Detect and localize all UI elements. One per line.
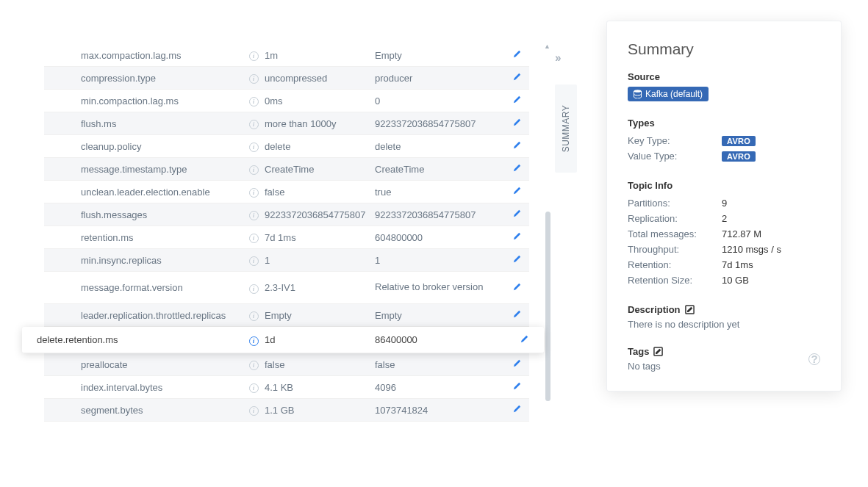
- info-icon[interactable]: i: [249, 188, 259, 198]
- edit-cell[interactable]: [504, 309, 522, 321]
- info-icon-cell[interactable]: i: [243, 95, 265, 107]
- pencil-icon[interactable]: [512, 254, 522, 264]
- value-type-label: Value Type:: [628, 151, 722, 162]
- pencil-icon[interactable]: [512, 72, 522, 82]
- config-row[interactable]: message.format.versioni2.3-IV1Relative t…: [44, 272, 529, 304]
- config-value-raw: 86400000: [375, 334, 512, 345]
- pencil-icon[interactable]: [512, 118, 522, 127]
- edit-cell[interactable]: [504, 72, 522, 84]
- edit-cell[interactable]: [504, 381, 522, 393]
- edit-cell[interactable]: [504, 163, 522, 175]
- scrollbar-vertical[interactable]: ▲: [545, 44, 552, 452]
- config-row[interactable]: preallocateifalsefalse: [44, 353, 529, 376]
- info-icon-cell[interactable]: i: [243, 282, 265, 294]
- pencil-icon[interactable]: [512, 186, 522, 195]
- tags-label: Tags: [628, 346, 649, 357]
- config-row[interactable]: min.compaction.lag.msi0ms0: [44, 90, 529, 112]
- pencil-icon[interactable]: [512, 163, 522, 173]
- config-row[interactable]: flush.msimore than 1000y9223372036854775…: [44, 112, 529, 135]
- summary-tab[interactable]: SUMMARY: [555, 84, 577, 173]
- pencil-icon[interactable]: [520, 334, 529, 344]
- info-icon[interactable]: i: [249, 97, 259, 107]
- config-row[interactable]: flush.messagesi9223372036854775807922337…: [44, 203, 529, 226]
- info-icon-cell[interactable]: i: [243, 231, 265, 243]
- edit-tags-icon[interactable]: [653, 347, 663, 356]
- info-icon[interactable]: i: [249, 143, 259, 152]
- info-icon-cell[interactable]: i: [243, 49, 265, 61]
- info-icon-cell[interactable]: i: [243, 72, 265, 84]
- pencil-icon[interactable]: [512, 282, 522, 292]
- info-icon[interactable]: i: [249, 311, 259, 321]
- pencil-icon[interactable]: [512, 309, 522, 319]
- config-row-highlighted[interactable]: delete.retention.msi1d86400000: [22, 327, 544, 353]
- config-row[interactable]: min.insync.replicasi11: [44, 249, 529, 272]
- info-icon[interactable]: i: [249, 284, 259, 294]
- info-icon[interactable]: i: [249, 165, 259, 175]
- edit-cell[interactable]: [504, 49, 522, 61]
- config-value-raw: Empty: [375, 50, 504, 61]
- info-icon[interactable]: i: [249, 51, 259, 61]
- pencil-icon[interactable]: [512, 209, 522, 218]
- info-icon[interactable]: i: [249, 234, 259, 243]
- pencil-icon[interactable]: [512, 49, 522, 59]
- edit-cell[interactable]: [504, 231, 522, 243]
- config-row[interactable]: max.compaction.lag.msi1mEmpty: [44, 44, 529, 67]
- edit-cell[interactable]: [512, 334, 529, 346]
- config-value-display: CreateTime: [265, 164, 375, 175]
- config-row[interactable]: leader.replication.throttled.replicasiEm…: [44, 304, 529, 327]
- info-icon-cell[interactable]: i: [243, 186, 265, 198]
- config-row[interactable]: unclean.leader.election.enableifalsetrue: [44, 181, 529, 203]
- config-row[interactable]: compression.typeiuncompressedproducer: [44, 67, 529, 90]
- info-icon-cell[interactable]: i: [243, 140, 265, 152]
- edit-cell[interactable]: [504, 209, 522, 220]
- edit-cell[interactable]: [504, 404, 522, 416]
- info-icon-cell[interactable]: i: [243, 163, 265, 175]
- source-badge[interactable]: Kafka (default): [628, 87, 709, 101]
- info-icon[interactable]: i: [249, 256, 259, 266]
- info-icon-cell[interactable]: i: [243, 309, 265, 321]
- edit-cell[interactable]: [504, 140, 522, 152]
- config-value-display: false: [265, 359, 375, 370]
- database-icon: [634, 90, 642, 98]
- info-icon[interactable]: i: [249, 211, 259, 220]
- info-icon-cell[interactable]: i: [243, 381, 265, 393]
- expand-summary-icon[interactable]: ››: [555, 51, 560, 65]
- pencil-icon[interactable]: [512, 381, 522, 391]
- info-key: Retention:: [628, 259, 722, 270]
- edit-cell[interactable]: [504, 95, 522, 107]
- scroll-up-icon[interactable]: ▲: [544, 43, 550, 50]
- info-icon-cell[interactable]: i: [243, 358, 265, 370]
- info-icon[interactable]: i: [249, 74, 259, 84]
- pencil-icon[interactable]: [512, 404, 522, 414]
- info-icon[interactable]: i: [249, 406, 259, 416]
- edit-description-icon[interactable]: [685, 305, 695, 314]
- pencil-icon[interactable]: [512, 231, 522, 241]
- info-icon-cell[interactable]: i: [243, 209, 265, 220]
- config-row[interactable]: message.timestamp.typeiCreateTimeCreateT…: [44, 158, 529, 181]
- pencil-icon[interactable]: [512, 140, 522, 150]
- config-row[interactable]: retention.msi7d 1ms604800000: [44, 226, 529, 249]
- info-icon-cell[interactable]: i: [243, 118, 265, 129]
- edit-cell[interactable]: [504, 358, 522, 370]
- info-icon-cell[interactable]: i: [243, 254, 265, 266]
- config-name: compression.type: [81, 73, 243, 84]
- edit-cell[interactable]: [504, 254, 522, 266]
- pencil-icon[interactable]: [512, 95, 522, 104]
- edit-cell[interactable]: [504, 118, 522, 129]
- scrollbar-thumb[interactable]: [545, 212, 550, 401]
- pencil-icon[interactable]: [512, 358, 522, 368]
- info-icon[interactable]: i: [249, 383, 259, 393]
- info-icon-cell[interactable]: i: [243, 404, 265, 416]
- value-type-badge: AVRO: [722, 151, 756, 162]
- edit-cell[interactable]: [504, 282, 522, 294]
- info-icon[interactable]: i: [249, 120, 259, 129]
- info-icon[interactable]: i: [249, 361, 259, 370]
- config-value-raw: 9223372036854775807: [375, 209, 504, 220]
- info-icon[interactable]: i: [249, 336, 259, 346]
- edit-cell[interactable]: [504, 186, 522, 198]
- help-icon[interactable]: ?: [808, 353, 820, 365]
- config-row[interactable]: index.interval.bytesi4.1 KB4096: [44, 376, 529, 399]
- config-row[interactable]: segment.bytesi1.1 GB1073741824: [44, 399, 529, 422]
- config-row[interactable]: cleanup.policyideletedelete: [44, 135, 529, 158]
- info-icon-cell[interactable]: i: [243, 334, 265, 346]
